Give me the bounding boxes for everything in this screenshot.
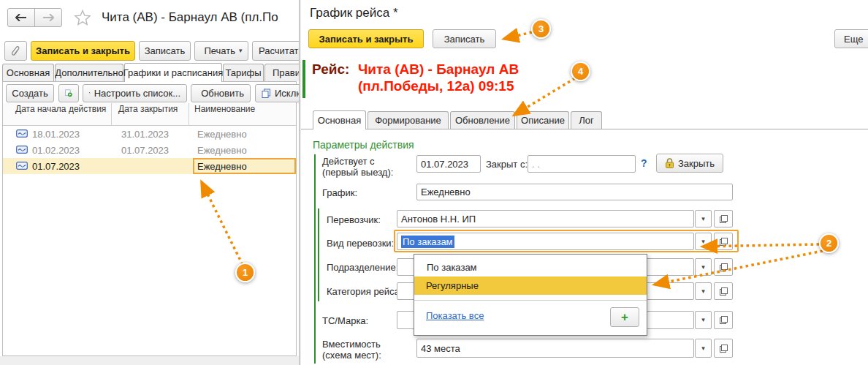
cell-start-date: 01.07.2023 (32, 161, 80, 172)
tab-dopolnitelno[interactable]: Дополнительно (55, 64, 123, 81)
vehicle-open-button[interactable] (714, 311, 733, 329)
back-arrow-icon (15, 14, 27, 21)
schedule-wave-icon (16, 129, 28, 138)
column-separator (189, 103, 189, 126)
dropdown-item-label: Регулярные (426, 280, 479, 291)
tab-grafiki-raspisaniya[interactable]: Графики и расписания (124, 63, 222, 82)
trip-category-label: Категория рейса: (327, 286, 402, 297)
closed-from-label: Закрыт с: (486, 159, 528, 170)
configure-list-button[interactable]: Настроить список... (83, 84, 187, 102)
forward-button[interactable] (34, 8, 62, 27)
create-label: Создать (12, 88, 47, 99)
division-label: Подразделение: (327, 262, 398, 273)
tab-tarify[interactable]: Тарифы (223, 64, 264, 81)
open-form-icon (720, 263, 728, 271)
help-question-mark[interactable]: ? (641, 157, 647, 169)
panel-divider[interactable] (299, 0, 300, 365)
save-button-left[interactable]: Записать (139, 41, 191, 61)
carrier-label: Перевозчик: (327, 214, 381, 225)
transport-type-dropdown-button[interactable]: ▾ (695, 233, 712, 250)
annotation-circle-1: 1 (235, 263, 255, 282)
col-header-close-date[interactable]: Дата закрытия (118, 104, 178, 114)
closed-from-input[interactable]: . . (528, 155, 636, 173)
capacity-open-button[interactable] (714, 339, 733, 358)
close-schedule-label: Закрыть (678, 158, 715, 169)
capacity-label: Вместимость (322, 339, 381, 350)
table-row-selected[interactable]: 01.07.2023 Ежедневно (3, 158, 296, 174)
col-header-name[interactable]: Наименование (194, 104, 255, 114)
cell-start-date: 18.01.2023 (32, 129, 80, 140)
open-form-icon (720, 287, 728, 296)
add-new-button[interactable]: + (610, 307, 639, 327)
save-close-button-left[interactable]: Записать и закрыть (31, 41, 135, 61)
tab-label: Прави (273, 67, 299, 78)
document-title: Чита (АВ) - Барнаул АВ (пл.По (102, 10, 297, 25)
forward-arrow-icon (42, 14, 54, 21)
division-open-button[interactable] (714, 258, 733, 276)
transport-type-dropdown-list: По заказам Регулярные Показать все + (414, 254, 647, 336)
app-window: Чита (АВ) - Барнаул АВ (пл.По Записать и… (0, 0, 868, 365)
valid-from-input[interactable]: 01.07.2023 (416, 155, 481, 173)
capacity-label-2: (схема мест): (322, 350, 381, 361)
transport-type-open-button[interactable] (714, 233, 733, 250)
trip-header-prefix: Рейс: (312, 61, 349, 78)
exclude-button[interactable]: Исклю (255, 84, 299, 102)
capacity-input[interactable]: 43 места (416, 339, 694, 358)
section-title[interactable]: Параметры действия (313, 139, 414, 151)
schedule-input[interactable]: Ежедневно (416, 184, 733, 200)
more-button[interactable]: Еще (834, 29, 868, 48)
carrier-open-button[interactable] (714, 210, 733, 227)
capacity-dropdown-button[interactable]: ▾ (695, 339, 712, 358)
calculate-button[interactable]: Расчитать (252, 41, 299, 61)
tab-pravila[interactable]: Прави (264, 64, 299, 81)
create-button[interactable]: Создать (6, 84, 54, 102)
tab-osnovnaya-left[interactable]: Основная (2, 64, 54, 81)
chevron-down-icon: ▾ (701, 288, 705, 295)
group-green-bar-inner (318, 208, 319, 301)
table-header[interactable]: Дата начала действия Дата закрытия Наиме… (3, 103, 296, 126)
refresh-button[interactable]: Обновить (191, 84, 251, 102)
save-close-button-right[interactable]: Записать и закрыть (308, 29, 424, 48)
transport-type-input[interactable]: По заказам (397, 233, 694, 250)
division-dropdown-button[interactable]: ▾ (695, 258, 712, 276)
open-form-icon (720, 215, 728, 223)
dropdown-item[interactable]: По заказам (415, 257, 646, 276)
vehicle-dropdown-button[interactable]: ▾ (695, 311, 712, 329)
valid-from-value: 01.07.2023 (421, 159, 468, 170)
annotation-number: 2 (826, 238, 831, 249)
carrier-dropdown-button[interactable]: ▾ (695, 210, 712, 227)
back-button[interactable] (7, 8, 35, 27)
vehicle-label: ТС/Марка: (322, 315, 368, 326)
tab-osnovnaya-form[interactable]: Основная (313, 110, 366, 129)
annotation-circle-2: 2 (819, 233, 839, 253)
print-caret-icon: ▾ (239, 48, 243, 54)
table-row[interactable]: 18.01.2023 31.01.2023 Ежедневно (3, 126, 296, 142)
transport-type-selected-text: По заказам (401, 236, 454, 248)
cell-name-focused[interactable]: Ежедневно (193, 158, 296, 174)
save-button-right[interactable]: Записать (433, 29, 496, 48)
attachments-button[interactable] (4, 41, 27, 61)
close-schedule-button[interactable]: Закрыть (656, 154, 723, 173)
show-all-link[interactable]: Показать все (426, 310, 484, 321)
tab-obnovlenie[interactable]: Обновление (450, 111, 515, 129)
favorite-star-icon[interactable] (74, 9, 91, 26)
chevron-down-icon: ▾ (701, 238, 705, 245)
trip-header-line2: (пл.Победы, 12а) 09:15 (358, 78, 514, 94)
tab-opisanie[interactable]: Описание (517, 111, 569, 129)
lock-icon (665, 158, 674, 169)
tab-log[interactable]: Лог (571, 111, 602, 129)
col-header-start-date[interactable]: Дата начала действия (15, 104, 110, 114)
copy-create-button[interactable] (58, 84, 79, 102)
dropdown-item-highlighted[interactable]: Регулярные (414, 276, 647, 295)
table-row[interactable]: 01.02.2023 01.07.2023 Ежедневно (3, 142, 296, 158)
carrier-input[interactable]: Антонов Н.Н. ИП (397, 210, 694, 227)
trip-category-open-button[interactable] (714, 282, 733, 300)
print-button[interactable]: Печать ▾ (194, 41, 248, 61)
trip-category-dropdown-button[interactable]: ▾ (695, 282, 712, 300)
transport-type-label: Вид перевозки: (327, 238, 394, 249)
tab-formirovanie[interactable]: Формирование (368, 111, 449, 129)
tab-label: Формирование (375, 115, 441, 126)
form-tabs-baseline (301, 129, 868, 129)
copy-document-plus-icon (65, 88, 72, 99)
open-form-icon (720, 316, 728, 324)
